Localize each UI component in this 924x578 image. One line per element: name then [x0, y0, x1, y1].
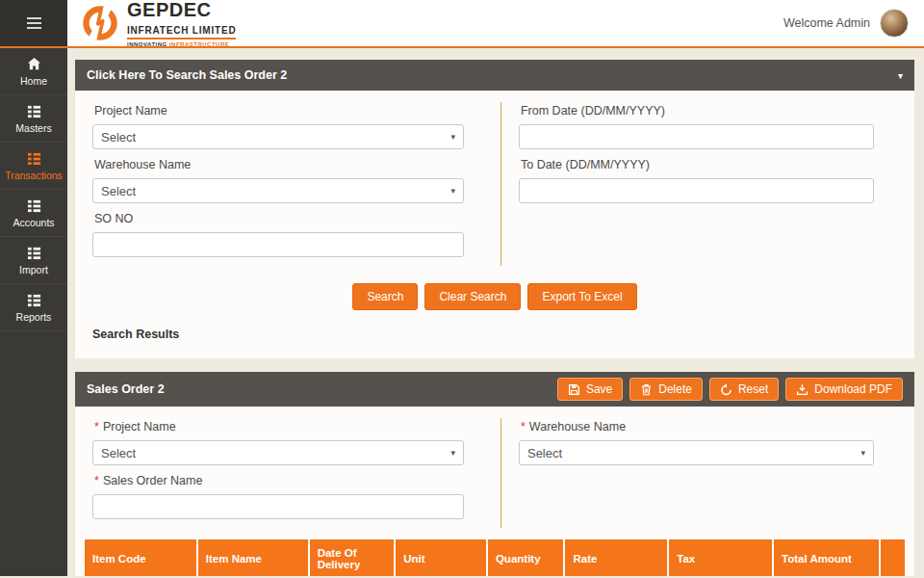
items-header-row: Item Code Item Name Date Of Delivery Uni…: [85, 539, 905, 576]
sidebar-item-masters[interactable]: Masters: [0, 95, 67, 143]
col-date-of-delivery: Date Of Delivery: [309, 539, 396, 576]
sidebar-label: Masters: [15, 122, 51, 134]
sales-order-panel: Sales Order 2 Save Delete Reset: [75, 372, 914, 576]
col-quantity: Quantity: [487, 539, 565, 576]
home-icon: [27, 57, 41, 71]
trash-icon: [640, 383, 653, 396]
search-buttons-row: Search Clear Search Export To Excel: [75, 283, 914, 310]
export-to-excel-button[interactable]: Export To Excel: [527, 283, 636, 310]
sidebar-label: Reports: [16, 311, 52, 323]
download-pdf-button[interactable]: Download PDF: [785, 378, 903, 401]
col-item-code: Item Code: [85, 539, 197, 576]
sidebar-item-home[interactable]: Home: [0, 48, 67, 95]
sidebar-item-import[interactable]: Import: [0, 237, 67, 284]
sidebar-nav: Home Masters Transactions Accounts Impor…: [0, 48, 67, 576]
clear-search-button[interactable]: Clear Search: [424, 283, 521, 310]
so-no-input[interactable]: [92, 232, 464, 257]
chevron-down-icon: ▾: [450, 448, 455, 458]
to-date-input[interactable]: [519, 178, 874, 203]
from-date-input[interactable]: [519, 124, 874, 149]
chevron-down-icon: ▾: [860, 448, 865, 458]
search-form-right-column: From Date (DD/MM/YYYY) To Date (DD/MM/YY…: [501, 102, 914, 266]
order-project-name-label: *Project Name: [94, 420, 464, 434]
logo-subtitle: INFRATECH LIMITED: [127, 25, 236, 39]
sidebar-item-reports[interactable]: Reports: [0, 284, 67, 331]
reset-icon: [720, 383, 732, 396]
col-rate: Rate: [564, 539, 668, 576]
save-icon: [568, 383, 580, 396]
col-unit: Unit: [395, 539, 487, 576]
selected-value: Select: [527, 446, 562, 460]
download-icon: [796, 383, 808, 396]
reset-label: Reset: [738, 382, 768, 396]
sidebar-label: Home: [20, 75, 47, 87]
so-no-label: SO NO: [94, 212, 464, 225]
sidebar-item-accounts[interactable]: Accounts: [0, 190, 67, 237]
sales-order-actions: Save Delete Reset Download PDF: [557, 378, 903, 401]
main-content: Click Here To Search Sales Order 2 ▾ Pro…: [67, 48, 924, 576]
col-total-amount: Total Amount: [773, 539, 880, 576]
chevron-down-icon: ▾: [450, 186, 455, 196]
gepdec-logo-icon: [81, 4, 119, 42]
sales-order-name-input[interactable]: [92, 494, 464, 519]
sales-order-name-label: *Sales Order Name: [94, 474, 464, 487]
selected-value: Select: [101, 130, 136, 144]
selected-value: Select: [101, 184, 136, 198]
delete-label: Delete: [658, 382, 692, 396]
order-project-name-select[interactable]: Select ▾: [92, 440, 464, 465]
order-form-right-column: *Warehouse Name Select ▾: [501, 418, 914, 528]
warehouse-name-label: Warehouse Name: [94, 158, 464, 171]
save-label: Save: [586, 382, 612, 396]
project-name-label: Project Name: [94, 104, 464, 118]
sidebar-label: Accounts: [13, 217, 54, 228]
sales-order-form: *Project Name Select ▾ *Sales Order Name…: [75, 407, 914, 530]
col-tax: Tax: [668, 539, 773, 576]
list-icon: [27, 246, 41, 260]
warehouse-name-select[interactable]: Select ▾: [92, 178, 464, 203]
col-actions: [880, 539, 905, 576]
to-date-label: To Date (DD/MM/YYYY): [521, 158, 874, 171]
welcome-text: Welcome Admin: [783, 16, 870, 30]
sales-order-title: Sales Order 2: [87, 382, 165, 396]
download-pdf-label: Download PDF: [814, 382, 892, 396]
sidebar-toggle-button[interactable]: [0, 0, 67, 46]
order-warehouse-name-select[interactable]: Select ▾: [519, 440, 874, 465]
col-item-name: Item Name: [197, 539, 309, 576]
avatar[interactable]: [880, 9, 909, 38]
sales-order-bar: Sales Order 2 Save Delete Reset: [75, 372, 914, 407]
search-collapse-bar[interactable]: Click Here To Search Sales Order 2 ▾: [75, 60, 914, 91]
order-warehouse-name-label: *Warehouse Name: [521, 420, 874, 434]
chevron-down-icon: ▾: [898, 70, 903, 81]
delete-button[interactable]: Delete: [629, 378, 703, 401]
project-name-select[interactable]: Select ▾: [92, 124, 464, 149]
reset-button[interactable]: Reset: [709, 378, 779, 401]
sidebar-item-transactions[interactable]: Transactions: [0, 143, 67, 190]
logo-name: GEPDEC: [127, 0, 236, 20]
save-button[interactable]: Save: [557, 378, 623, 401]
order-form-left-column: *Project Name Select ▾ *Sales Order Name: [75, 418, 501, 528]
logo-tagline: INNOVATING INFRASTRUCTURE: [127, 41, 236, 47]
from-date-label: From Date (DD/MM/YYYY): [521, 104, 874, 118]
search-panel: Click Here To Search Sales Order 2 ▾ Pro…: [75, 60, 914, 358]
selected-value: Select: [101, 446, 136, 460]
search-button[interactable]: Search: [352, 283, 418, 310]
sidebar-label: Import: [19, 264, 48, 276]
tagline-orange: INFRASTRUCTURE: [169, 41, 229, 47]
header-main: GEPDEC INFRATECH LIMITED INNOVATING INFR…: [67, 0, 924, 46]
search-results-label: Search Results: [75, 310, 914, 358]
search-panel-title: Click Here To Search Sales Order 2: [87, 68, 287, 82]
list-icon: [27, 151, 41, 166]
required-marker: *: [94, 474, 99, 487]
company-logo: GEPDEC INFRATECH LIMITED INNOVATING INFR…: [81, 0, 236, 47]
header-right: Welcome Admin: [783, 9, 909, 38]
top-header: GEPDEC INFRATECH LIMITED INNOVATING INFR…: [0, 0, 924, 48]
chevron-down-icon: ▾: [450, 132, 455, 142]
search-form: Project Name Select ▾ Warehouse Name Sel…: [75, 91, 914, 268]
sidebar-label: Transactions: [5, 170, 63, 181]
logo-text: GEPDEC INFRATECH LIMITED INNOVATING INFR…: [127, 0, 236, 47]
list-icon: [27, 104, 41, 118]
order-items-table: Item Code Item Name Date Of Delivery Uni…: [85, 539, 905, 576]
required-marker: *: [94, 420, 99, 434]
tagline-dark: INNOVATING: [127, 41, 167, 47]
search-form-left-column: Project Name Select ▾ Warehouse Name Sel…: [75, 102, 501, 266]
